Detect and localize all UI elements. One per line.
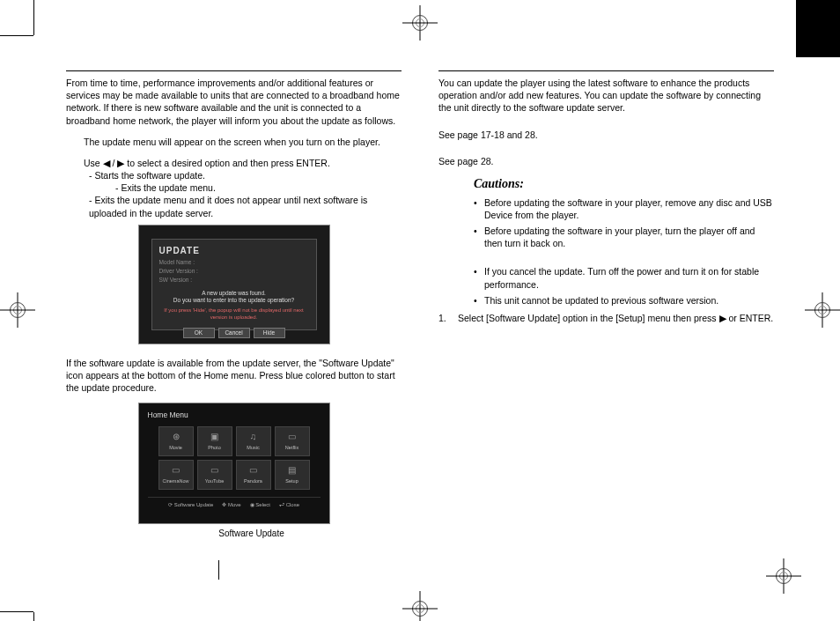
option2-text: If the software update is available from… bbox=[66, 357, 402, 395]
dialog-message: A new update was found. Do you want to e… bbox=[159, 290, 309, 322]
manual-page: From time to time, performance improveme… bbox=[66, 70, 774, 540]
option1-intro: The update menu will appear on the scree… bbox=[66, 136, 402, 148]
option1-cancel: - Exits the update menu. bbox=[66, 181, 402, 194]
steps-list: 1. Select [Software Update] option in th… bbox=[438, 312, 774, 324]
tile-cinemanow[interactable]: ▭CinemaNow bbox=[158, 460, 194, 490]
caution-item: If you cancel the update. Turn off the p… bbox=[474, 265, 774, 290]
left-column: From time to time, performance improveme… bbox=[66, 70, 402, 540]
screenshot-caption: Software Update bbox=[66, 528, 402, 540]
home-menu-screenshot: Home Menu ⊛Movie ▣Photo ♫Music ▭Netflix … bbox=[138, 403, 330, 524]
tile-setup[interactable]: ▤Setup bbox=[275, 460, 310, 490]
home-menu-title: Home Menu bbox=[148, 410, 321, 420]
setup-icon: ▤ bbox=[286, 464, 298, 477]
cautions-list: If you cancel the update. Turn off the p… bbox=[474, 265, 774, 307]
dialog-title: UPDATE bbox=[159, 245, 309, 257]
right-column: You can update the player using the late… bbox=[438, 70, 774, 540]
pandora-icon: ▭ bbox=[247, 464, 260, 477]
column-rule bbox=[66, 70, 402, 71]
cautions-heading: Cautions: bbox=[474, 176, 774, 193]
see-page-ref: See page 17-18 and 28. bbox=[438, 129, 774, 141]
callout-line bbox=[218, 560, 219, 580]
tile-youtube[interactable]: ▭YouTube bbox=[197, 460, 232, 490]
step-number: 1. bbox=[438, 312, 449, 324]
cautions-list: Before updating the software in your pla… bbox=[474, 196, 774, 250]
caution-item: Before updating the software in your pla… bbox=[474, 196, 774, 221]
right-intro: You can update the player using the late… bbox=[438, 77, 774, 115]
option1-ok: - Starts the software update. bbox=[66, 169, 402, 181]
info-line: Model Name : bbox=[159, 259, 309, 267]
intro-text: From time to time, performance improveme… bbox=[66, 77, 402, 127]
side-tab bbox=[796, 0, 840, 57]
home-menu-footer: ⟳ Software Update ✥ Move ◉ Select ⮐ Clos… bbox=[148, 497, 321, 508]
caution-item: Before updating the software in your pla… bbox=[474, 225, 774, 249]
home-menu-grid: ⊛Movie ▣Photo ♫Music ▭Netflix ▭CinemaNow… bbox=[158, 426, 310, 490]
update-dialog: UPDATE Model Name : Driver Version : SW … bbox=[151, 239, 317, 330]
see-page-ref: See page 28. bbox=[438, 155, 774, 167]
tile-netflix[interactable]: ▭Netflix bbox=[275, 426, 310, 456]
hide-button[interactable]: Hide bbox=[254, 328, 285, 338]
music-icon: ♫ bbox=[247, 431, 260, 443]
youtube-icon: ▭ bbox=[209, 464, 221, 477]
tile-movie[interactable]: ⊛Movie bbox=[158, 426, 194, 456]
tile-music[interactable]: ♫Music bbox=[236, 426, 271, 456]
option1-use: Use ◀ / ▶ to select a desired option and… bbox=[66, 157, 402, 169]
caution-item: This unit cannot be updated to previous … bbox=[474, 294, 774, 307]
step-text: Select [Software Update] option in the [… bbox=[458, 312, 773, 324]
movie-icon: ⊛ bbox=[170, 431, 182, 443]
tile-photo[interactable]: ▣Photo bbox=[197, 426, 232, 456]
update-dialog-screenshot: UPDATE Model Name : Driver Version : SW … bbox=[138, 225, 330, 344]
photo-icon: ▣ bbox=[209, 431, 221, 443]
column-rule bbox=[438, 70, 774, 71]
netflix-icon: ▭ bbox=[286, 431, 298, 443]
ok-button[interactable]: OK bbox=[183, 328, 215, 338]
option1-hide: - Exits the update menu and it does not … bbox=[66, 194, 402, 218]
info-line: Driver Version : bbox=[159, 268, 309, 276]
step-item: 1. Select [Software Update] option in th… bbox=[438, 312, 774, 324]
cinemanow-icon: ▭ bbox=[170, 464, 182, 477]
tile-pandora[interactable]: ▭Pandora bbox=[236, 460, 271, 490]
info-line: SW Version : bbox=[159, 277, 309, 285]
cancel-button[interactable]: Cancel bbox=[218, 328, 250, 338]
